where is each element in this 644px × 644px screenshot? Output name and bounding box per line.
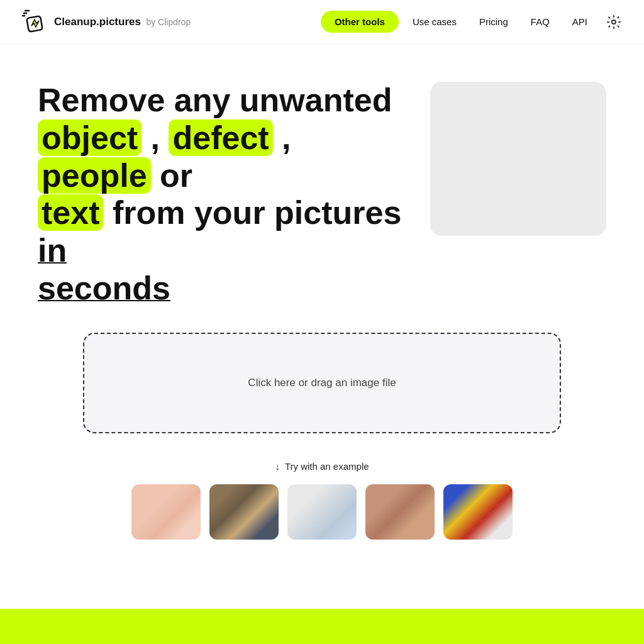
- hero-section: Remove any unwanted object , defect , pe…: [0, 44, 644, 308]
- upload-label: Click here or drag an image file: [248, 377, 396, 389]
- faq-link[interactable]: FAQ: [522, 11, 558, 32]
- api-link[interactable]: API: [564, 11, 596, 32]
- example-thumb-5[interactable]: [443, 484, 513, 540]
- word-text: text: [42, 194, 99, 231]
- word-people: people: [42, 157, 147, 194]
- highlight-object: object: [38, 119, 142, 156]
- brand-by: by Clipdrop: [146, 17, 191, 27]
- examples-section: ↓ Try with an example: [0, 446, 644, 565]
- svg-point-4: [612, 20, 616, 24]
- try-example-label: ↓ Try with an example: [275, 461, 369, 472]
- hero-seconds: seconds: [38, 270, 170, 306]
- other-tools-button[interactable]: Other tools: [321, 11, 399, 33]
- hero-line3: from your pictures: [103, 194, 401, 231]
- hero-demo-image: [430, 82, 606, 236]
- example-thumb-4[interactable]: [365, 484, 435, 540]
- logo-icon: [20, 8, 48, 36]
- pricing-link[interactable]: Pricing: [470, 11, 517, 32]
- navbar: Cleanup.pictures by Clipdrop Other tools…: [0, 0, 644, 44]
- word-object: object: [42, 119, 138, 156]
- bottom-accent-bar: [0, 609, 644, 644]
- hero-text: Remove any unwanted object , defect , pe…: [38, 82, 405, 308]
- word-defect: defect: [172, 119, 269, 156]
- use-cases-link[interactable]: Use cases: [404, 11, 465, 32]
- highlight-defect: defect: [169, 119, 272, 156]
- arrow-icon: ↓: [275, 461, 280, 472]
- word-or: or: [151, 157, 192, 194]
- hero-heading: Remove any unwanted object , defect , pe…: [38, 82, 405, 308]
- hero-line1: Remove any unwanted: [38, 82, 392, 118]
- settings-button[interactable]: [604, 12, 624, 32]
- try-example-text: Try with an example: [285, 461, 369, 472]
- example-thumbnails: [131, 484, 513, 540]
- nav-links: Other tools Use cases Pricing FAQ API: [321, 11, 624, 33]
- underline-in: in: [38, 232, 67, 269]
- example-thumb-3[interactable]: [287, 484, 357, 540]
- example-thumb-2[interactable]: [209, 484, 279, 540]
- highlight-text: text: [38, 194, 103, 231]
- logo[interactable]: Cleanup.pictures by Clipdrop: [20, 8, 191, 36]
- comma1: ,: [142, 119, 169, 156]
- upload-dropzone[interactable]: Click here or drag an image file: [83, 333, 561, 433]
- example-thumb-1[interactable]: [131, 484, 201, 540]
- upload-section: Click here or drag an image file: [0, 308, 644, 446]
- highlight-people: people: [38, 157, 151, 194]
- brand-name: Cleanup.pictures: [54, 16, 141, 28]
- gear-icon: [606, 14, 621, 30]
- comma2: ,: [273, 119, 291, 156]
